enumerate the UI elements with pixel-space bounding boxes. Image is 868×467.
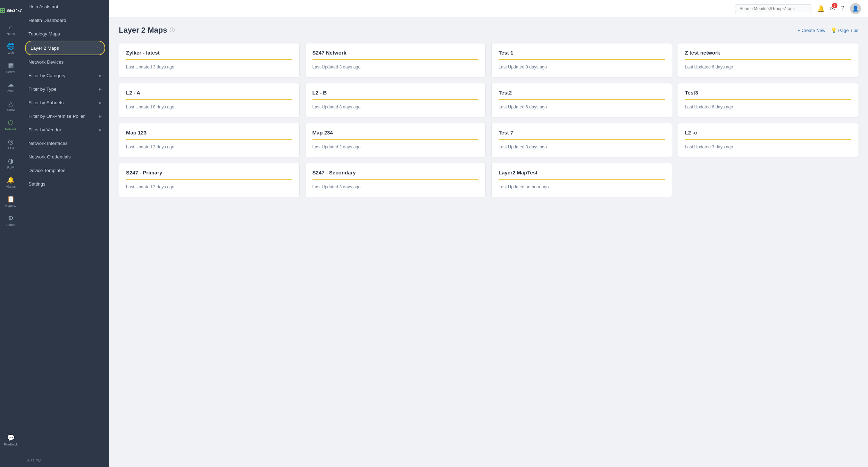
card-divider [499, 179, 665, 180]
create-new-button[interactable]: + Create New [798, 28, 825, 33]
card-divider [126, 99, 292, 100]
card-last-updated: Last Updated 3 days ago [126, 185, 292, 189]
map-card[interactable]: Layer2 MapTest Last Updated an hour ago [491, 163, 672, 197]
card-last-updated: Last Updated 8 days ago [312, 105, 479, 109]
sidebar-item-filter-by-type[interactable]: Filter by Type ▶ [22, 82, 109, 96]
help-icon[interactable]: ? [841, 5, 844, 12]
avatar[interactable]: 👤 [850, 3, 861, 14]
map-card[interactable]: Test3 Last Updated 6 days ago [678, 83, 859, 117]
map-card[interactable]: Zylker - latest Last Updated 3 days ago [119, 43, 300, 77]
card-last-updated: Last Updated 3 days ago [312, 65, 479, 69]
map-card[interactable]: Test2 Last Updated 6 days ago [491, 83, 672, 117]
alarms-icon: 🔔 [7, 176, 15, 184]
sidebar-item-filter-by-subnets[interactable]: Filter by Subnets ▶ [22, 96, 109, 109]
notification-bell-icon[interactable]: 🔔 [817, 5, 825, 13]
cards-grid: Zylker - latest Last Updated 3 days ago … [119, 43, 858, 197]
sidebar-item-network-devices[interactable]: Network Devices [22, 55, 109, 69]
card-title: Layer2 MapTest [499, 170, 665, 175]
azure-icon: △ [8, 100, 13, 107]
card-divider [685, 99, 851, 100]
chevron-right-icon: ▶ [99, 101, 102, 105]
aws-icon: ☁ [8, 81, 14, 88]
sidebar-item-device-templates[interactable]: Device Templates [22, 164, 109, 177]
home-icon: ⌂ [9, 24, 13, 31]
time-display: 4:37 PM [22, 454, 109, 467]
page-title-area: Layer 2 Maps ⓘ [119, 26, 175, 35]
map-card[interactable]: Z test network Last Updated 6 days ago [678, 43, 859, 77]
map-card[interactable]: Map 234 Last Updated 2 days ago [305, 123, 486, 157]
page-actions: + Create New 💡 Page Tips [798, 27, 858, 33]
card-title: Test3 [685, 90, 851, 96]
bulb-icon: 💡 [831, 27, 837, 33]
logo-area[interactable]: ⊞ Site24x7 [0, 3, 22, 20]
logo-icon: ⊞ [0, 6, 6, 15]
sidebar-item-settings[interactable]: Settings [22, 177, 109, 191]
card-title: L2 -c [685, 130, 851, 136]
card-title: S247 - Secondary [312, 170, 479, 175]
nav-home[interactable]: ⌂ Home [0, 20, 22, 39]
top-header: 🔔 ✉ 7 ? 👤 [109, 0, 868, 17]
card-last-updated: Last Updated 3 days ago [312, 185, 479, 189]
sidebar-item-health-dashboard[interactable]: Health Dashboard [22, 14, 109, 27]
map-card[interactable]: S247 - Primary Last Updated 3 days ago [119, 163, 300, 197]
nav-alarms[interactable]: 🔔 Alarms [0, 173, 22, 192]
card-last-updated: Last Updated 6 days ago [499, 105, 665, 109]
server-icon: ▦ [8, 62, 14, 69]
sidebar-item-topology-maps[interactable]: Topology Maps [22, 27, 109, 41]
nav-network[interactable]: ⬡ Network [0, 115, 22, 134]
main-content: 🔔 ✉ 7 ? 👤 Layer 2 Maps ⓘ + Create New 💡 … [109, 0, 868, 467]
map-card[interactable]: S247 - Secondary Last Updated 3 days ago [305, 163, 486, 197]
chevron-right-icon: ▶ [99, 74, 102, 77]
sidebar-item-network-interfaces[interactable]: Network Interfaces [22, 137, 109, 150]
sidebar-item-help-assistant[interactable]: Help Assistant [22, 0, 109, 14]
nav-feedback[interactable]: 💬 Feedback [4, 431, 18, 450]
card-title: S247 - Primary [126, 170, 292, 175]
notification-badge: 7 [832, 3, 837, 8]
sidebar-item-network-credentials[interactable]: Network Credentials [22, 150, 109, 164]
sidebar: Help Assistant Health Dashboard Topology… [22, 0, 109, 467]
map-card[interactable]: L2 - B Last Updated 8 days ago [305, 83, 486, 117]
card-last-updated: Last Updated 8 days ago [126, 105, 292, 109]
page-title: Layer 2 Maps [119, 26, 167, 35]
nav-reports[interactable]: 📋 Reports [0, 192, 22, 211]
card-last-updated: Last Updated 2 days ago [312, 145, 479, 149]
messages-icon[interactable]: ✉ 7 [830, 5, 835, 13]
card-last-updated: Last Updated 3 days ago [126, 65, 292, 69]
nav-admin[interactable]: ⚙ Admin [0, 211, 22, 230]
card-title: L2 - A [126, 90, 292, 96]
card-last-updated: Last Updated 9 days ago [499, 65, 665, 69]
page-header: Layer 2 Maps ⓘ + Create New 💡 Page Tips [119, 26, 858, 35]
map-card[interactable]: Test 1 Last Updated 9 days ago [491, 43, 672, 77]
map-card[interactable]: S247 Network Last Updated 3 days ago [305, 43, 486, 77]
nav-aws[interactable]: ☁ AWS [0, 77, 22, 96]
card-divider [126, 179, 292, 180]
card-divider [312, 179, 479, 180]
sidebar-item-filter-by-on-premise[interactable]: Filter by On-Premise Poller ▶ [22, 109, 109, 123]
sidebar-item-layer2-maps[interactable]: Layer 2 Maps + [25, 41, 105, 55]
map-card[interactable]: L2 -c Last Updated 3 days ago [678, 123, 859, 157]
card-divider [126, 139, 292, 140]
card-title: Map 234 [312, 130, 479, 136]
nav-azure[interactable]: △ Azure [0, 96, 22, 115]
card-title: Map 123 [126, 130, 292, 136]
map-card[interactable]: Map 123 Last Updated 3 days ago [119, 123, 300, 157]
map-card[interactable]: L2 - A Last Updated 8 days ago [119, 83, 300, 117]
card-divider [499, 139, 665, 140]
logo-text: Site24x7 [6, 8, 22, 13]
sidebar-item-filter-by-vendor[interactable]: Filter by Vendor ▶ [22, 123, 109, 137]
info-icon[interactable]: ⓘ [170, 27, 175, 33]
nav-rum[interactable]: ◑ RUM [0, 154, 22, 173]
sidebar-item-filter-by-category[interactable]: Filter by Category ▶ [22, 69, 109, 82]
card-divider [126, 59, 292, 60]
nav-web[interactable]: 🌐 Web [0, 39, 22, 58]
add-layer2-map-button[interactable]: + [97, 45, 100, 51]
nav-apm[interactable]: ◎ APM [0, 134, 22, 154]
page-tips-button[interactable]: 💡 Page Tips [831, 27, 858, 33]
card-last-updated: Last Updated 6 days ago [685, 65, 851, 69]
reports-icon: 📋 [7, 195, 15, 203]
map-card[interactable]: Test 7 Last Updated 3 days ago [491, 123, 672, 157]
nav-server[interactable]: ▦ Server [0, 58, 22, 77]
card-title: S247 Network [312, 50, 479, 56]
card-divider [685, 139, 851, 140]
search-input[interactable] [735, 4, 811, 13]
